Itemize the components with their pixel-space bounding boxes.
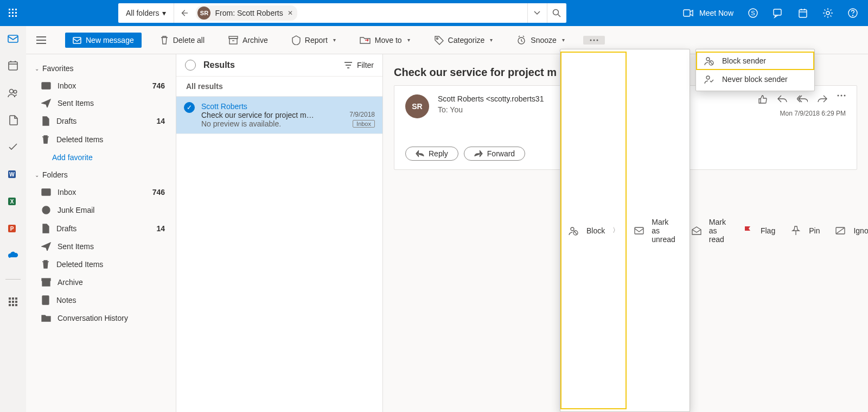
tree-item-deleted[interactable]: Deleted Items bbox=[26, 130, 176, 149]
tree-item-conversation-history[interactable]: Conversation History bbox=[26, 309, 176, 327]
rail-more-apps-icon[interactable] bbox=[8, 297, 18, 307]
tree-section-folders[interactable]: ⌄ Folders bbox=[26, 166, 176, 183]
svg-point-21 bbox=[852, 15, 853, 16]
svg-rect-39 bbox=[12, 301, 14, 303]
rail-calendar-icon[interactable] bbox=[7, 60, 19, 72]
tree-item-junk[interactable]: Junk Email bbox=[26, 201, 176, 219]
ctx-block-sender[interactable]: Block sender bbox=[696, 52, 814, 70]
tree-item-inbox-2[interactable]: Inbox 746 bbox=[26, 183, 176, 201]
help-icon[interactable] bbox=[847, 8, 858, 18]
select-all-checkbox[interactable] bbox=[185, 60, 196, 71]
tree-item-notes[interactable]: Notes bbox=[26, 291, 176, 309]
search-input[interactable] bbox=[299, 3, 527, 23]
block-submenu: Block sender Never block sender bbox=[695, 49, 815, 91]
block-icon bbox=[568, 226, 579, 236]
svg-rect-6 bbox=[9, 15, 10, 17]
pill-remove-icon[interactable]: ✕ bbox=[288, 9, 293, 17]
filter-label: Filter bbox=[357, 61, 374, 69]
tree-add-favorite[interactable]: Add favorite bbox=[26, 149, 176, 166]
teams-chat-icon[interactable] bbox=[773, 8, 783, 18]
tree-item-sent[interactable]: Sent Items bbox=[26, 94, 176, 112]
more-commands-button[interactable] bbox=[583, 36, 605, 45]
delete-all-button[interactable]: Delete all bbox=[155, 32, 210, 48]
folder-tree: ⌄ Favorites Inbox 746 Sent Items Drafts … bbox=[26, 54, 176, 412]
folders-label: Folders bbox=[42, 170, 68, 179]
svg-rect-15 bbox=[799, 10, 807, 17]
rail-people-icon[interactable] bbox=[7, 87, 19, 99]
svg-rect-35 bbox=[9, 297, 11, 300]
svg-point-55 bbox=[596, 39, 598, 41]
forward-button[interactable]: Forward bbox=[464, 147, 525, 161]
pill-label: From: Scott Roberts bbox=[215, 9, 283, 17]
message-checkbox[interactable]: ✓ bbox=[184, 102, 195, 113]
tree-item-inbox[interactable]: Inbox 746 bbox=[26, 77, 176, 94]
settings-gear-icon[interactable] bbox=[822, 8, 833, 18]
move-to-label: Move to bbox=[375, 36, 402, 45]
svg-rect-42 bbox=[12, 304, 14, 306]
add-favorite-label: Add favorite bbox=[52, 153, 93, 162]
svg-rect-3 bbox=[9, 12, 10, 14]
search-scope-dropdown[interactable]: All folders ▾ bbox=[118, 3, 174, 23]
delete-all-label: Delete all bbox=[173, 36, 205, 45]
ctx-mark-unread[interactable]: Mark as unread bbox=[627, 52, 684, 409]
reply-button[interactable]: Reply bbox=[405, 147, 458, 161]
chevron-down-icon: ▾ bbox=[562, 37, 565, 43]
rail-excel-icon[interactable]: X bbox=[7, 195, 19, 207]
nav-toggle-button[interactable] bbox=[30, 36, 52, 44]
ctx-pin[interactable]: Pin bbox=[783, 52, 827, 409]
move-to-button[interactable]: Move to ▾ bbox=[354, 33, 416, 48]
tree-item-label: Drafts bbox=[56, 224, 76, 233]
tree-item-drafts-2[interactable]: Drafts 14 bbox=[26, 219, 176, 238]
ctx-flag[interactable]: Flag bbox=[735, 52, 783, 409]
rail-todo-icon[interactable] bbox=[7, 141, 19, 153]
app-launcher-button[interactable] bbox=[0, 0, 26, 26]
chevron-right-icon: 〉 bbox=[612, 226, 619, 235]
search-advanced-dropdown[interactable] bbox=[527, 3, 547, 23]
ctx-ignore[interactable]: Ignore bbox=[827, 52, 868, 409]
tree-item-deleted-2[interactable]: Deleted Items bbox=[26, 255, 176, 274]
svg-rect-37 bbox=[15, 297, 17, 300]
chevron-down-icon: ▾ bbox=[333, 37, 336, 43]
svg-text:X: X bbox=[10, 199, 14, 205]
svg-point-27 bbox=[10, 90, 14, 93]
meet-now-button[interactable]: Meet Now bbox=[683, 9, 733, 17]
filter-button[interactable]: Filter bbox=[344, 61, 374, 69]
ctx-label: Block bbox=[586, 226, 605, 235]
ctx-never-block-sender[interactable]: Never block sender bbox=[696, 70, 814, 88]
tree-item-label: Junk Email bbox=[58, 206, 94, 214]
tree-item-sent-2[interactable]: Sent Items bbox=[26, 238, 176, 255]
archive-button[interactable]: Archive bbox=[223, 33, 273, 48]
new-message-button[interactable]: New message bbox=[65, 33, 142, 48]
snooze-label: Snooze bbox=[531, 36, 556, 45]
rail-mail-icon[interactable] bbox=[7, 33, 19, 45]
svg-rect-22 bbox=[8, 35, 18, 42]
meet-now-label: Meet Now bbox=[699, 9, 733, 17]
ctx-block[interactable]: Block 〉 bbox=[560, 52, 627, 409]
report-button[interactable]: Report ▾ bbox=[286, 32, 341, 48]
search-filter-pill[interactable]: SR From: Scott Roberts ✕ bbox=[196, 5, 297, 21]
rail-word-icon[interactable]: W bbox=[7, 168, 19, 180]
tree-item-label: Notes bbox=[56, 296, 76, 305]
ctx-mark-read[interactable]: Mark as read bbox=[684, 52, 735, 409]
svg-point-53 bbox=[590, 39, 591, 41]
rail-files-icon[interactable] bbox=[7, 114, 19, 126]
to-label: To: bbox=[438, 105, 448, 114]
tree-section-favorites[interactable]: ⌄ Favorites bbox=[26, 60, 176, 77]
favorites-label: Favorites bbox=[42, 64, 74, 73]
search-submit-button[interactable] bbox=[547, 3, 566, 23]
sender-avatar[interactable]: SR bbox=[405, 94, 429, 118]
search-scope-label: All folders bbox=[126, 9, 159, 17]
rail-onedrive-icon[interactable] bbox=[7, 250, 19, 262]
categorize-button[interactable]: Categorize ▾ bbox=[429, 32, 499, 48]
ignore-icon bbox=[835, 227, 846, 234]
svg-rect-7 bbox=[12, 15, 14, 17]
rail-powerpoint-icon[interactable]: P bbox=[7, 223, 19, 234]
tree-item-label: Inbox bbox=[58, 81, 76, 90]
tree-item-drafts[interactable]: Drafts 14 bbox=[26, 112, 176, 130]
skype-icon[interactable]: S bbox=[748, 8, 758, 18]
tree-item-archive[interactable]: Archive bbox=[26, 274, 176, 291]
search-back-button[interactable] bbox=[174, 9, 194, 17]
my-day-icon[interactable] bbox=[797, 8, 808, 18]
message-item[interactable]: ✓ Scott Roberts Check our service for pr… bbox=[176, 97, 382, 134]
snooze-button[interactable]: Snooze ▾ bbox=[511, 32, 570, 48]
